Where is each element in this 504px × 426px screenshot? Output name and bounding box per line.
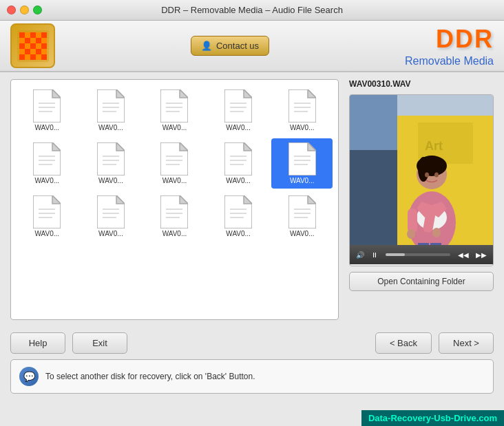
svg-rect-13 — [30, 43, 36, 49]
play-pause-button[interactable]: ⏸ — [369, 251, 380, 259]
svg-marker-37 — [180, 89, 188, 98]
file-item[interactable]: WAV0... — [81, 191, 142, 242]
file-label: WAV0... — [147, 177, 202, 184]
file-label: WAV0... — [211, 177, 266, 184]
svg-point-110 — [418, 157, 429, 182]
media-controls[interactable]: 🔊 ⏸ ◀◀ ▶▶ — [350, 245, 493, 264]
svg-rect-25 — [41, 54, 47, 60]
svg-marker-27 — [52, 89, 61, 98]
file-grid: WAV0... WAV0... WAV0... WAV0... — [17, 85, 333, 242]
svg-marker-77 — [52, 195, 61, 204]
close-button[interactable] — [7, 6, 16, 14]
file-item[interactable]: WAV0... — [208, 191, 269, 242]
svg-rect-11 — [19, 43, 25, 49]
svg-rect-17 — [25, 49, 30, 54]
file-icon — [224, 89, 252, 123]
svg-rect-12 — [25, 43, 30, 49]
file-icon — [33, 195, 61, 228]
help-button[interactable]: Help — [10, 332, 65, 354]
file-label: WAV0... — [274, 177, 330, 184]
svg-point-117 — [432, 228, 441, 237]
info-message: To select another disk for recovery, cli… — [45, 372, 255, 381]
contact-label: Contact us — [216, 41, 259, 51]
svg-marker-97 — [308, 195, 316, 204]
file-item[interactable]: WAV0... — [17, 138, 78, 189]
open-folder-button[interactable]: Open Containing Folder — [349, 272, 494, 291]
progress-bar[interactable] — [386, 253, 450, 256]
file-label: WAV0... — [211, 124, 266, 131]
file-icon — [97, 195, 125, 228]
file-item[interactable]: WAV0... — [208, 85, 269, 136]
file-icon — [224, 142, 252, 175]
progress-fill — [386, 253, 405, 256]
file-icon — [160, 89, 188, 123]
file-item[interactable]: WAV0... — [271, 85, 333, 136]
maximize-button[interactable] — [33, 6, 42, 14]
volume-icon[interactable]: 🔊 — [354, 251, 366, 259]
window-controls[interactable] — [7, 6, 42, 14]
svg-rect-15 — [41, 43, 47, 49]
preview-panel: WAV00310.WAV Art — [349, 79, 494, 320]
svg-rect-14 — [36, 43, 41, 49]
info-icon: 💬 — [19, 367, 39, 386]
svg-marker-87 — [180, 195, 188, 204]
file-item[interactable]: WAV0... — [17, 85, 78, 136]
file-label: WAV0... — [83, 230, 139, 237]
svg-rect-20 — [41, 49, 47, 54]
file-item[interactable]: WAV0... — [144, 138, 205, 189]
svg-marker-92 — [244, 195, 252, 204]
file-icon — [160, 142, 188, 175]
svg-rect-3 — [30, 32, 36, 38]
file-grid-container[interactable]: WAV0... WAV0... WAV0... WAV0... — [10, 79, 339, 320]
file-item[interactable]: WAV0... — [144, 85, 205, 136]
svg-rect-106 — [350, 150, 397, 245]
title-bar: DDR – Removable Media – Audio File Searc… — [0, 0, 504, 21]
bottom-bar: Help Exit < Back Next > — [0, 327, 504, 359]
svg-marker-42 — [244, 89, 252, 98]
svg-rect-118 — [418, 243, 429, 245]
file-label: WAV0... — [211, 230, 266, 237]
svg-rect-119 — [430, 243, 441, 245]
file-item[interactable]: WAV0... — [271, 138, 333, 189]
file-label: WAV0... — [19, 124, 75, 131]
svg-rect-18 — [30, 49, 36, 54]
contact-button[interactable]: 👤 Contact us — [191, 36, 269, 56]
minimize-button[interactable] — [20, 6, 29, 14]
preview-filename: WAV00310.WAV — [349, 79, 494, 89]
preview-image-container: Art — [349, 94, 494, 266]
svg-marker-32 — [116, 89, 125, 98]
next-button[interactable]: ▶▶ — [474, 251, 489, 259]
file-icon — [224, 195, 252, 228]
svg-marker-57 — [116, 142, 125, 151]
file-icon — [97, 89, 125, 123]
file-item[interactable]: WAV0... — [144, 191, 205, 242]
file-icon — [160, 195, 188, 228]
exit-button[interactable]: Exit — [72, 332, 127, 354]
brand-subtitle: Removable Media — [405, 54, 494, 67]
svg-rect-2 — [25, 32, 30, 38]
svg-point-111 — [425, 173, 429, 178]
back-button[interactable]: < Back — [375, 332, 432, 354]
file-item[interactable]: WAV0... — [81, 138, 142, 189]
file-item[interactable]: WAV0... — [271, 191, 333, 242]
contact-icon: 👤 — [201, 41, 212, 51]
brand-block: DDR Removable Media — [405, 24, 494, 67]
file-icon — [33, 89, 61, 123]
svg-rect-19 — [36, 49, 41, 54]
file-item[interactable]: WAV0... — [81, 85, 142, 136]
main-content: WAV0... WAV0... WAV0... WAV0... — [0, 72, 504, 327]
svg-marker-52 — [52, 142, 61, 151]
file-icon — [33, 142, 61, 175]
file-label: WAV0... — [83, 177, 139, 184]
svg-rect-114 — [408, 209, 417, 233]
file-label: WAV0... — [19, 177, 75, 184]
file-item[interactable]: WAV0... — [208, 138, 269, 189]
svg-text:Art: Art — [425, 139, 443, 153]
next-button[interactable]: Next > — [439, 332, 494, 354]
file-item[interactable]: WAV0... — [17, 191, 78, 242]
svg-rect-5 — [41, 32, 47, 38]
svg-marker-62 — [180, 142, 188, 151]
file-label: WAV0... — [83, 124, 139, 131]
prev-button[interactable]: ◀◀ — [456, 251, 471, 259]
file-icon — [288, 195, 316, 228]
